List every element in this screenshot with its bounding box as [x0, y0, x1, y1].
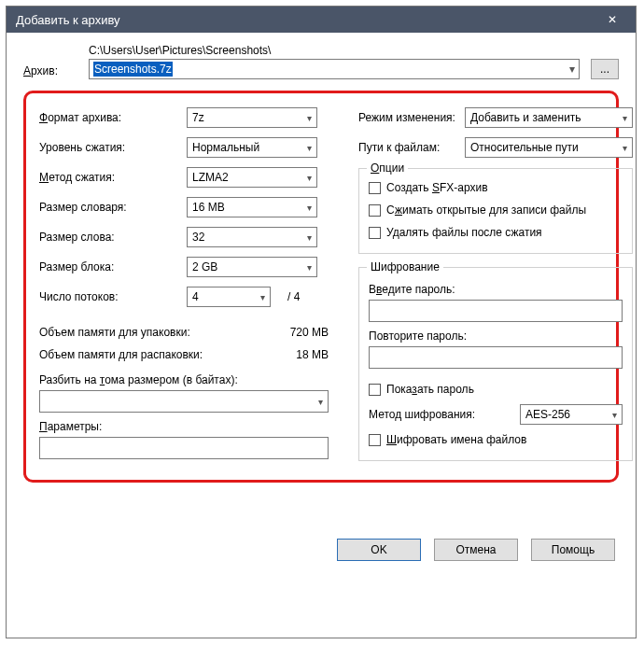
word-label: Размер слова:: [39, 231, 187, 244]
options-group: Опции Создать SFX-архив Сжимать открытые…: [358, 168, 633, 254]
paths-combo[interactable]: Относительные пути ▾: [465, 137, 633, 158]
format-combo[interactable]: 7z ▾: [187, 107, 317, 128]
split-combo[interactable]: ▾: [39, 390, 329, 413]
paths-label: Пути к файлам:: [358, 141, 465, 154]
pass1-label: Введите пароль:: [369, 283, 623, 296]
chevron-down-icon: ▾: [260, 292, 265, 302]
enc-names-checkbox[interactable]: [369, 434, 381, 446]
mem-pack-label: Объем памяти для упаковки:: [39, 326, 290, 339]
pass2-label: Повторите пароль:: [369, 330, 623, 343]
help-button[interactable]: Помощь: [531, 539, 615, 561]
chevron-down-icon: ▾: [307, 232, 312, 243]
chevron-down-icon: ▾: [307, 173, 312, 183]
level-combo[interactable]: Нормальный ▾: [187, 137, 317, 158]
params-label: Параметры:: [39, 420, 329, 433]
archive-path: C:\Users\User\Pictures\Screenshots\: [89, 44, 619, 57]
show-pass-checkbox[interactable]: [369, 384, 381, 396]
chevron-down-icon: ▾: [612, 410, 617, 420]
compress-open-checkbox[interactable]: [369, 204, 381, 217]
ok-button[interactable]: OK: [337, 539, 421, 561]
word-combo[interactable]: 32 ▾: [187, 227, 317, 247]
mem-pack-value: 720 MB: [290, 326, 329, 339]
mode-label: Режим изменения:: [358, 111, 465, 124]
encryption-legend: Шифрование: [367, 260, 443, 273]
close-icon: ✕: [608, 13, 617, 26]
archive-filename-combo[interactable]: Screenshots.7z ▾: [89, 59, 580, 79]
enc-method-combo[interactable]: AES-256 ▾: [520, 404, 623, 425]
window-title: Добавить к архиву: [16, 13, 598, 27]
show-pass-label: Показать пароль: [386, 383, 474, 396]
threads-label: Число потоков:: [39, 290, 187, 303]
mem-unpack-value: 18 MB: [296, 348, 329, 361]
chevron-down-icon: ▾: [307, 262, 312, 273]
compress-open-label: Сжимать открытые для записи файлы: [386, 203, 586, 217]
chevron-down-icon: ▾: [307, 203, 312, 213]
chevron-down-icon: ▾: [623, 113, 627, 123]
close-button[interactable]: ✕: [598, 7, 626, 33]
chevron-down-icon: ▾: [623, 143, 627, 153]
settings-area: Формат архива: 7z ▾ Уровень сжатия: Норм…: [23, 91, 619, 483]
params-input[interactable]: [39, 437, 329, 459]
encryption-group: Шифрование Введите пароль: Повторите пар…: [358, 267, 633, 461]
archive-filename-value: Screenshots.7z: [93, 62, 173, 77]
titlebar: Добавить к архиву ✕: [7, 7, 636, 33]
enc-names-label: Шифровать имена файлов: [386, 433, 526, 446]
cancel-button[interactable]: Отмена: [434, 539, 518, 561]
enc-method-label: Метод шифрования:: [369, 408, 520, 421]
browse-button[interactable]: ...: [591, 59, 619, 79]
threads-combo[interactable]: 4 ▾: [187, 287, 271, 307]
block-label: Размер блока:: [39, 260, 187, 273]
method-label: Метод сжатия:: [39, 171, 187, 184]
pass1-input[interactable]: [369, 300, 623, 322]
method-combo[interactable]: LZMA2 ▾: [187, 167, 317, 188]
dialog-window: Добавить к архиву ✕ Архив: C:\Users\User…: [6, 6, 637, 638]
pass2-input[interactable]: [369, 346, 623, 369]
dict-label: Размер словаря:: [39, 201, 187, 214]
delete-after-label: Удалять файлы после сжатия: [386, 226, 542, 239]
split-label: Разбить на тома размером (в байтах):: [39, 373, 329, 386]
chevron-down-icon: ▾: [307, 113, 312, 123]
chevron-down-icon: ▾: [318, 397, 323, 407]
chevron-down-icon: ▾: [307, 143, 312, 153]
block-combo[interactable]: 2 GB ▾: [187, 257, 317, 277]
options-legend: Опции: [367, 161, 408, 175]
level-label: Уровень сжатия:: [39, 141, 187, 154]
dict-combo[interactable]: 16 MB ▾: [187, 197, 317, 217]
mode-combo[interactable]: Добавить и заменить ▾: [465, 107, 633, 128]
sfx-label: Создать SFX-архив: [386, 181, 488, 194]
archive-label: Архив:: [23, 64, 79, 79]
delete-after-checkbox[interactable]: [369, 227, 381, 239]
mem-unpack-label: Объем памяти для распаковки:: [39, 348, 296, 361]
format-label: Формат архива:: [39, 111, 187, 124]
sfx-checkbox[interactable]: [369, 182, 381, 194]
threads-total: / 4: [287, 290, 300, 303]
chevron-down-icon: ▾: [569, 63, 575, 76]
